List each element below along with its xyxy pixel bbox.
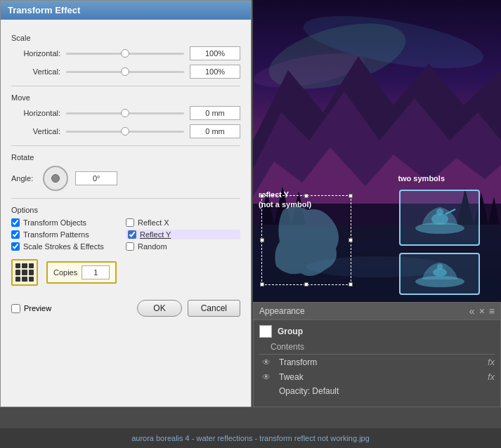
- grid-dot: [22, 270, 27, 275]
- copies-label: Copies: [53, 268, 77, 277]
- reflect-y-checkbox[interactable]: [128, 230, 136, 239]
- move-vertical-track[interactable]: [66, 131, 184, 133]
- move-vertical-thumb[interactable]: [121, 127, 129, 136]
- tweak-visibility[interactable]: 👁: [259, 373, 273, 381]
- bottom-options: Copies: [11, 259, 240, 286]
- appearance-controls: « × ≡: [469, 305, 495, 317]
- divider-1: [11, 86, 240, 86]
- action-row: Preview OK Cancel: [11, 300, 240, 317]
- panel-menu-button[interactable]: ≡: [489, 305, 495, 317]
- grid-icon[interactable]: [11, 259, 38, 286]
- copies-group: Copies: [46, 261, 117, 284]
- angle-value[interactable]: [75, 171, 117, 185]
- scale-vertical-thumb[interactable]: [121, 67, 129, 76]
- random-row[interactable]: Random: [126, 242, 240, 251]
- cancel-button[interactable]: Cancel: [188, 300, 240, 317]
- dialog-titlebar: Transform Effect: [1, 1, 251, 20]
- symbol-box-1: [399, 190, 480, 246]
- move-horizontal-label: Horizontal:: [11, 109, 60, 117]
- eye-icon-tweak[interactable]: 👁: [261, 373, 272, 381]
- move-vertical-label: Vertical:: [11, 127, 60, 136]
- bottom-bar-text: aurora borealis 4 - water reflections - …: [131, 434, 370, 442]
- appearance-title: Appearance: [259, 306, 305, 316]
- options-grid: Transform Objects Reflect X Transform Pa…: [11, 218, 240, 251]
- eye-icon-transform[interactable]: 👁: [261, 358, 272, 367]
- random-checkbox[interactable]: [126, 242, 134, 251]
- contents-label: Contents: [271, 342, 495, 352]
- rotate-section-label: Rotate: [11, 153, 240, 162]
- angle-dial[interactable]: [43, 166, 68, 191]
- scale-vertical-row: Vertical:: [11, 65, 240, 79]
- scale-horizontal-track[interactable]: [66, 53, 184, 55]
- preview-label: Preview: [24, 304, 51, 312]
- group-label: Group: [278, 327, 495, 336]
- grid-dot: [15, 263, 20, 268]
- reflect-x-row[interactable]: Reflect X: [126, 218, 240, 227]
- opacity-label: Opacity: Default: [279, 386, 495, 396]
- grid-dot: [29, 277, 34, 282]
- grid-dot: [15, 270, 20, 275]
- appearance-transform-row: 👁 Transform fx: [254, 355, 500, 369]
- svg-point-18: [436, 209, 443, 216]
- grid-dot: [22, 277, 27, 282]
- dialog-title: Transform Effect: [8, 5, 80, 15]
- move-horizontal-value[interactable]: [190, 106, 240, 120]
- transform-effect-dialog: Transform Effect Scale Horizontal: Verti…: [0, 0, 252, 407]
- appearance-tweak-row: 👁 Tweak fx: [254, 369, 500, 384]
- angle-label: Angle:: [11, 174, 33, 183]
- scale-vertical-value[interactable]: [190, 65, 240, 79]
- reflect-y-label: Reflect Y: [140, 230, 171, 239]
- scale-horizontal-thumb[interactable]: [121, 49, 129, 58]
- transform-visibility[interactable]: 👁: [259, 358, 273, 367]
- divider-3: [11, 198, 240, 199]
- grid-dot: [22, 263, 27, 268]
- ok-button[interactable]: OK: [137, 300, 181, 317]
- transform-patterns-row[interactable]: Transform Patterns: [11, 230, 126, 239]
- transform-objects-checkbox[interactable]: [11, 218, 20, 227]
- move-section-label: Move: [11, 93, 240, 102]
- transform-fx-badge[interactable]: fx: [488, 357, 495, 367]
- move-horizontal-row: Horizontal:: [11, 106, 240, 120]
- appearance-opacity-row: Opacity: Default: [254, 384, 500, 398]
- selected-shape: [261, 195, 351, 285]
- appearance-panel: Appearance « × ≡ Group Contents 👁 Transf…: [253, 302, 501, 407]
- group-swatch: [259, 325, 272, 338]
- scale-strokes-row[interactable]: Scale Strokes & Effects: [11, 242, 126, 251]
- scale-horizontal-row: Horizontal:: [11, 46, 240, 60]
- appearance-header: Appearance « × ≡: [254, 303, 500, 320]
- transform-patterns-checkbox[interactable]: [11, 230, 20, 239]
- scale-strokes-checkbox[interactable]: [11, 242, 20, 251]
- move-horizontal-thumb[interactable]: [121, 109, 129, 117]
- transform-patterns-label: Transform Patterns: [23, 230, 89, 239]
- preview-checkbox[interactable]: [11, 304, 20, 313]
- scale-vertical-label: Vertical:: [11, 67, 60, 76]
- grid-dot: [29, 263, 34, 268]
- move-vertical-value[interactable]: [190, 124, 240, 138]
- copies-input[interactable]: [82, 265, 110, 279]
- tweak-label: Tweak: [279, 372, 482, 382]
- scale-horizontal-value[interactable]: [190, 46, 240, 60]
- symbol-box-2: [399, 253, 480, 295]
- appearance-body: Group Contents 👁 Transform fx 👁 Tweak fx…: [254, 320, 500, 401]
- grid-dot: [29, 270, 34, 275]
- panel-collapse-button[interactable]: «: [469, 305, 475, 317]
- appearance-group-row: Group: [254, 323, 500, 340]
- appearance-contents-row: Contents: [254, 340, 500, 354]
- move-horizontal-track[interactable]: [66, 112, 184, 114]
- angle-dial-inner: [51, 174, 60, 183]
- scale-horizontal-label: Horizontal:: [11, 49, 60, 58]
- transform-objects-row[interactable]: Transform Objects: [11, 218, 126, 227]
- scale-vertical-track[interactable]: [66, 71, 184, 73]
- tweak-fx-badge[interactable]: fx: [488, 371, 495, 382]
- preview-row[interactable]: Preview: [11, 304, 51, 313]
- reflect-y-row[interactable]: Reflect Y: [126, 230, 240, 239]
- two-symbols-label: two symbols: [398, 174, 445, 183]
- rotate-row: Angle:: [11, 166, 240, 191]
- panel-close-button[interactable]: ×: [479, 305, 485, 317]
- move-vertical-row: Vertical:: [11, 124, 240, 138]
- bottom-bar: aurora borealis 4 - water reflections - …: [0, 428, 501, 448]
- svg-point-22: [437, 264, 443, 270]
- random-label: Random: [138, 242, 167, 251]
- reflect-x-checkbox[interactable]: [126, 218, 134, 227]
- grid-dot: [15, 277, 20, 282]
